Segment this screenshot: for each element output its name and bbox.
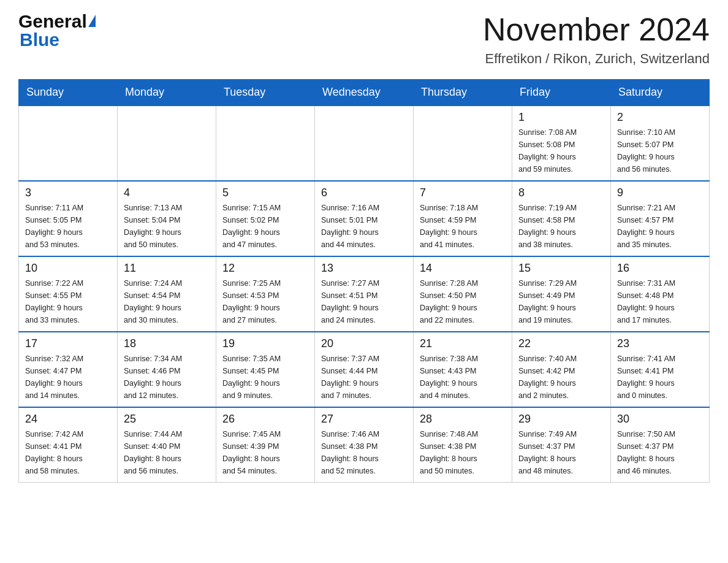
day-number: 13 xyxy=(321,262,407,275)
calendar-day-cell: 14Sunrise: 7:28 AMSunset: 4:50 PMDayligh… xyxy=(414,256,512,332)
calendar-day-cell: 8Sunrise: 7:19 AMSunset: 4:58 PMDaylight… xyxy=(512,181,611,256)
day-info: Sunrise: 7:35 AMSunset: 4:45 PMDaylight:… xyxy=(222,353,308,402)
calendar-day-cell: 21Sunrise: 7:38 AMSunset: 4:43 PMDayligh… xyxy=(414,332,512,407)
calendar-day-cell: 16Sunrise: 7:31 AMSunset: 4:48 PMDayligh… xyxy=(611,256,710,332)
calendar-day-cell: 17Sunrise: 7:32 AMSunset: 4:47 PMDayligh… xyxy=(19,332,118,407)
calendar-day-cell xyxy=(414,105,512,181)
day-info: Sunrise: 7:29 AMSunset: 4:49 PMDaylight:… xyxy=(518,277,604,326)
day-info: Sunrise: 7:32 AMSunset: 4:47 PMDaylight:… xyxy=(25,353,111,402)
header: General Blue November 2024 Effretikon / … xyxy=(18,12,710,67)
calendar-day-cell: 2Sunrise: 7:10 AMSunset: 5:07 PMDaylight… xyxy=(611,105,710,181)
day-info: Sunrise: 7:44 AMSunset: 4:40 PMDaylight:… xyxy=(124,428,210,477)
day-number: 29 xyxy=(518,413,604,426)
day-number: 12 xyxy=(222,262,308,275)
day-info: Sunrise: 7:50 AMSunset: 4:37 PMDaylight:… xyxy=(617,428,703,477)
calendar-week-row: 17Sunrise: 7:32 AMSunset: 4:47 PMDayligh… xyxy=(19,332,710,407)
day-number: 28 xyxy=(420,413,506,426)
calendar-day-cell: 19Sunrise: 7:35 AMSunset: 4:45 PMDayligh… xyxy=(216,332,315,407)
day-info: Sunrise: 7:18 AMSunset: 4:59 PMDaylight:… xyxy=(420,202,506,251)
calendar-week-row: 10Sunrise: 7:22 AMSunset: 4:55 PMDayligh… xyxy=(19,256,710,332)
day-info: Sunrise: 7:34 AMSunset: 4:46 PMDaylight:… xyxy=(124,353,210,402)
day-number: 22 xyxy=(518,337,604,350)
calendar-day-cell: 3Sunrise: 7:11 AMSunset: 5:05 PMDaylight… xyxy=(19,181,118,256)
day-number: 24 xyxy=(25,413,111,426)
day-info: Sunrise: 7:19 AMSunset: 4:58 PMDaylight:… xyxy=(518,202,604,251)
calendar-day-cell xyxy=(216,105,315,181)
day-info: Sunrise: 7:28 AMSunset: 4:50 PMDaylight:… xyxy=(420,277,506,326)
day-number: 2 xyxy=(617,111,703,124)
day-info: Sunrise: 7:46 AMSunset: 4:38 PMDaylight:… xyxy=(321,428,407,477)
day-number: 17 xyxy=(25,337,111,350)
calendar-day-header: Monday xyxy=(118,80,216,106)
calendar-day-cell: 4Sunrise: 7:13 AMSunset: 5:04 PMDaylight… xyxy=(118,181,216,256)
day-number: 19 xyxy=(222,337,308,350)
calendar-day-cell: 11Sunrise: 7:24 AMSunset: 4:54 PMDayligh… xyxy=(118,256,216,332)
calendar-day-header: Thursday xyxy=(414,80,512,106)
day-info: Sunrise: 7:25 AMSunset: 4:53 PMDaylight:… xyxy=(222,277,308,326)
day-number: 18 xyxy=(124,337,210,350)
day-number: 14 xyxy=(420,262,506,275)
day-info: Sunrise: 7:08 AMSunset: 5:08 PMDaylight:… xyxy=(518,126,604,175)
day-info: Sunrise: 7:37 AMSunset: 4:44 PMDaylight:… xyxy=(321,353,407,402)
day-info: Sunrise: 7:10 AMSunset: 5:07 PMDaylight:… xyxy=(617,126,703,175)
day-number: 4 xyxy=(124,186,210,199)
day-info: Sunrise: 7:48 AMSunset: 4:38 PMDaylight:… xyxy=(420,428,506,477)
day-number: 9 xyxy=(617,186,703,199)
day-info: Sunrise: 7:27 AMSunset: 4:51 PMDaylight:… xyxy=(321,277,407,326)
location-title: Effretikon / Rikon, Zurich, Switzerland xyxy=(483,51,710,67)
day-number: 7 xyxy=(420,186,506,199)
day-number: 8 xyxy=(518,186,604,199)
calendar-day-cell: 25Sunrise: 7:44 AMSunset: 4:40 PMDayligh… xyxy=(118,407,216,483)
day-number: 5 xyxy=(222,186,308,199)
day-info: Sunrise: 7:22 AMSunset: 4:55 PMDaylight:… xyxy=(25,277,111,326)
calendar-day-header: Tuesday xyxy=(216,80,315,106)
day-info: Sunrise: 7:31 AMSunset: 4:48 PMDaylight:… xyxy=(617,277,703,326)
day-number: 21 xyxy=(420,337,506,350)
day-number: 16 xyxy=(617,262,703,275)
day-info: Sunrise: 7:13 AMSunset: 5:04 PMDaylight:… xyxy=(124,202,210,251)
calendar-day-cell: 7Sunrise: 7:18 AMSunset: 4:59 PMDaylight… xyxy=(414,181,512,256)
title-area: November 2024 Effretikon / Rikon, Zurich… xyxy=(483,12,710,67)
calendar-day-cell xyxy=(315,105,414,181)
calendar-day-cell: 29Sunrise: 7:49 AMSunset: 4:37 PMDayligh… xyxy=(512,407,611,483)
day-number: 10 xyxy=(25,262,111,275)
day-info: Sunrise: 7:24 AMSunset: 4:54 PMDaylight:… xyxy=(124,277,210,326)
calendar-table: SundayMondayTuesdayWednesdayThursdayFrid… xyxy=(18,79,710,483)
day-number: 3 xyxy=(25,186,111,199)
day-info: Sunrise: 7:15 AMSunset: 5:02 PMDaylight:… xyxy=(222,202,308,251)
calendar-day-cell: 13Sunrise: 7:27 AMSunset: 4:51 PMDayligh… xyxy=(315,256,414,332)
day-number: 23 xyxy=(617,337,703,350)
logo-general: General xyxy=(18,12,87,31)
calendar-day-cell: 15Sunrise: 7:29 AMSunset: 4:49 PMDayligh… xyxy=(512,256,611,332)
day-info: Sunrise: 7:11 AMSunset: 5:05 PMDaylight:… xyxy=(25,202,111,251)
calendar-week-row: 1Sunrise: 7:08 AMSunset: 5:08 PMDaylight… xyxy=(19,105,710,181)
logo: General Blue xyxy=(18,12,96,49)
day-number: 30 xyxy=(617,413,703,426)
calendar-day-cell: 12Sunrise: 7:25 AMSunset: 4:53 PMDayligh… xyxy=(216,256,315,332)
day-number: 6 xyxy=(321,186,407,199)
calendar-week-row: 24Sunrise: 7:42 AMSunset: 4:41 PMDayligh… xyxy=(19,407,710,483)
calendar-day-cell: 6Sunrise: 7:16 AMSunset: 5:01 PMDaylight… xyxy=(315,181,414,256)
month-title: November 2024 xyxy=(483,12,710,47)
calendar-day-header: Saturday xyxy=(611,80,710,106)
day-number: 20 xyxy=(321,337,407,350)
calendar-day-cell: 23Sunrise: 7:41 AMSunset: 4:41 PMDayligh… xyxy=(611,332,710,407)
calendar-day-cell: 28Sunrise: 7:48 AMSunset: 4:38 PMDayligh… xyxy=(414,407,512,483)
day-info: Sunrise: 7:42 AMSunset: 4:41 PMDaylight:… xyxy=(25,428,111,477)
calendar-day-cell: 10Sunrise: 7:22 AMSunset: 4:55 PMDayligh… xyxy=(19,256,118,332)
day-number: 25 xyxy=(124,413,210,426)
calendar-day-cell: 26Sunrise: 7:45 AMSunset: 4:39 PMDayligh… xyxy=(216,407,315,483)
calendar-day-cell: 9Sunrise: 7:21 AMSunset: 4:57 PMDaylight… xyxy=(611,181,710,256)
calendar-day-cell: 20Sunrise: 7:37 AMSunset: 4:44 PMDayligh… xyxy=(315,332,414,407)
calendar-day-cell: 22Sunrise: 7:40 AMSunset: 4:42 PMDayligh… xyxy=(512,332,611,407)
day-number: 26 xyxy=(222,413,308,426)
calendar-day-cell: 27Sunrise: 7:46 AMSunset: 4:38 PMDayligh… xyxy=(315,407,414,483)
day-info: Sunrise: 7:16 AMSunset: 5:01 PMDaylight:… xyxy=(321,202,407,251)
calendar-day-cell: 30Sunrise: 7:50 AMSunset: 4:37 PMDayligh… xyxy=(611,407,710,483)
calendar-day-cell: 1Sunrise: 7:08 AMSunset: 5:08 PMDaylight… xyxy=(512,105,611,181)
calendar-week-row: 3Sunrise: 7:11 AMSunset: 5:05 PMDaylight… xyxy=(19,181,710,256)
logo-arrow-icon xyxy=(88,15,96,27)
calendar-day-cell: 5Sunrise: 7:15 AMSunset: 5:02 PMDaylight… xyxy=(216,181,315,256)
day-number: 1 xyxy=(518,111,604,124)
calendar-day-cell: 24Sunrise: 7:42 AMSunset: 4:41 PMDayligh… xyxy=(19,407,118,483)
